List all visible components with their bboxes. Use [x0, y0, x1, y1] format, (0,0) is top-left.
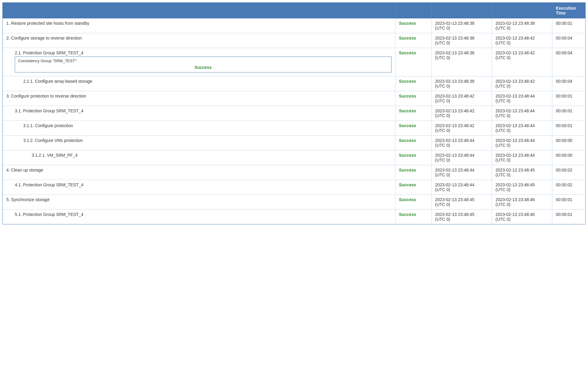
result-value: Success: [399, 138, 416, 143]
cell-step: 3.1. Protection Group SRM_TEST_4: [3, 106, 395, 121]
table-row: 3.1.2. Configure VMs protectionSuccess20…: [3, 136, 585, 150]
cell-step: 1. Restore protected site hosts from sta…: [3, 18, 395, 33]
cell-completed: 2023-02-13 23:48:38(UTC 0): [492, 18, 552, 33]
cell-started: 2023-02-13 23:48:38(UTC 0): [431, 76, 492, 91]
cell-started: 2023-02-13 23:48:44(UTC 0): [431, 150, 492, 165]
cell-result: Success: [395, 106, 431, 121]
table-row: 2.1. Protection Group SRM_TEST_4Consiste…: [3, 48, 585, 76]
table-row: 3.1. Protection Group SRM_TEST_4Success2…: [3, 106, 585, 121]
cell-step: 4.1. Protection Group SRM_TEST_4: [3, 180, 395, 195]
cell-result: Success: [395, 48, 431, 76]
cell-result: Success: [395, 210, 431, 224]
cell-step: 5.1. Protection Group SRM_TEST_4: [3, 210, 395, 224]
cell-step: 5. Synchronize storage: [3, 195, 395, 210]
cell-result: Success: [395, 121, 431, 136]
cell-started: 2023-02-13 23:48:42(UTC 0): [431, 91, 492, 106]
cell-completed: 2023-02-13 23:48:44(UTC 0): [492, 121, 552, 136]
table-row: 1. Restore protected site hosts from sta…: [3, 18, 585, 33]
step-label: 3.1.2.1. VM_SRM_PF_4: [32, 153, 78, 158]
cell-result: Success: [395, 18, 431, 33]
result-value: Success: [399, 197, 416, 202]
cell-result: Success: [395, 91, 431, 106]
cell-execution: 00:00:04: [552, 33, 585, 48]
cell-step: 2.1. Protection Group SRM_TEST_4Consiste…: [3, 48, 395, 76]
cell-started: 2023-02-13 23:48:44(UTC 0): [431, 165, 492, 180]
step-label: 3. Configure protection to reverse direc…: [6, 94, 86, 98]
header-result: [395, 3, 431, 18]
result-value: Success: [399, 21, 416, 26]
step-label: 2. Configure storage to reverse directio…: [6, 36, 82, 40]
cell-started: 2023-02-13 23:48:38(UTC 0): [431, 18, 492, 33]
table-row: 4.1. Protection Group SRM_TEST_4Success2…: [3, 180, 585, 195]
cell-execution: 00:00:01: [552, 195, 585, 210]
cell-completed: 2023-02-13 23:48:42(UTC 0): [492, 33, 552, 48]
cell-execution: 00:00:04: [552, 48, 585, 76]
result-value: Success: [399, 94, 416, 98]
cell-started: 2023-02-13 23:48:45(UTC 0): [431, 195, 492, 210]
cell-step: 3.1.2.1. VM_SRM_PF_4: [3, 150, 395, 165]
step-label: 5.1. Protection Group SRM_TEST_4: [15, 212, 83, 217]
cell-result: Success: [395, 195, 431, 210]
result-value: Success: [399, 108, 416, 113]
cell-completed: 2023-02-13 23:48:45(UTC 0): [492, 165, 552, 180]
cell-completed: 2023-02-13 23:48:44(UTC 0): [492, 91, 552, 106]
result-value: Success: [399, 79, 416, 84]
step-label: 1. Restore protected site hosts from sta…: [6, 21, 89, 26]
cell-result: Success: [395, 150, 431, 165]
cell-completed: 2023-02-13 23:48:46(UTC 0): [492, 210, 552, 224]
cell-step: 2.1.1. Configure array-based storage: [3, 76, 395, 91]
table-row: 3. Configure protection to reverse direc…: [3, 91, 585, 106]
result-value: Success: [399, 36, 416, 40]
table-row: 3.1.1. Configure protectionSuccess2023-0…: [3, 121, 585, 136]
cell-started: 2023-02-13 23:48:42(UTC 0): [431, 121, 492, 136]
cell-result: Success: [395, 33, 431, 48]
table-row: 3.1.2.1. VM_SRM_PF_4Success2023-02-13 23…: [3, 150, 585, 165]
cell-completed: 2023-02-13 23:48:44(UTC 0): [492, 136, 552, 150]
cell-started: 2023-02-13 23:48:38(UTC 0): [431, 48, 492, 76]
cell-completed: 2023-02-13 23:48:44(UTC 0): [492, 150, 552, 165]
cell-result: Success: [395, 136, 431, 150]
cell-result: Success: [395, 76, 431, 91]
cell-completed: 2023-02-13 23:48:42(UTC 0): [492, 76, 552, 91]
cell-step: 4. Clean up storage: [3, 165, 395, 180]
cell-execution: 00:00:01: [552, 18, 585, 33]
result-value: Success: [399, 168, 416, 172]
cell-result: Success: [395, 180, 431, 195]
cell-result: Success: [395, 165, 431, 180]
result-value: Success: [399, 50, 416, 55]
table-row: 4. Clean up storageSuccess2023-02-13 23:…: [3, 165, 585, 180]
table-row: 2.1.1. Configure array-based storageSucc…: [3, 76, 585, 91]
step-label: 3.1.1. Configure protection: [23, 123, 73, 128]
result-value: Success: [399, 123, 416, 128]
step-label: 2.1. Protection Group SRM_TEST_4: [15, 50, 83, 55]
cell-started: 2023-02-13 23:48:38(UTC 0): [431, 33, 492, 48]
cell-completed: 2023-02-13 23:48:45(UTC 0): [492, 180, 552, 195]
result-value: Success: [399, 182, 416, 187]
cell-execution: 00:00:00: [552, 150, 585, 165]
cell-execution: 00:00:00: [552, 136, 585, 150]
table-row: 2. Configure storage to reverse directio…: [3, 33, 585, 48]
header-started: [431, 3, 492, 18]
cell-started: 2023-02-13 23:48:44(UTC 0): [431, 180, 492, 195]
table-row: 5. Synchronize storageSuccess2023-02-13 …: [3, 195, 585, 210]
cell-step: 2. Configure storage to reverse directio…: [3, 33, 395, 48]
step-label: 2.1.1. Configure array-based storage: [23, 79, 92, 84]
cell-completed: 2023-02-13 23:48:42(UTC 0): [492, 48, 552, 76]
cell-execution: 00:00:01: [552, 91, 585, 106]
cell-execution: 00:00:01: [552, 210, 585, 224]
cell-execution: 00:00:01: [552, 121, 585, 136]
cell-execution: 00:00:04: [552, 76, 585, 91]
result-value: Success: [399, 212, 416, 217]
recovery-steps-table-container: ExecutionTime 1. Restore protected site …: [2, 2, 586, 224]
table-row: 5.1. Protection Group SRM_TEST_4Success2…: [3, 210, 585, 224]
step-label: 4. Clean up storage: [6, 168, 43, 172]
header-completed: [492, 3, 552, 18]
recovery-steps-table: ExecutionTime 1. Restore protected site …: [3, 3, 585, 224]
table-body: 1. Restore protected site hosts from sta…: [3, 18, 585, 224]
cell-execution: 00:00:02: [552, 165, 585, 180]
result-value: Success: [399, 153, 416, 158]
cell-completed: 2023-02-13 23:48:44(UTC 0): [492, 106, 552, 121]
cell-completed: 2023-02-13 23:48:46(UTC 0): [492, 195, 552, 210]
header-step: [3, 3, 395, 18]
cell-started: 2023-02-13 23:48:45(UTC 0): [431, 210, 492, 224]
